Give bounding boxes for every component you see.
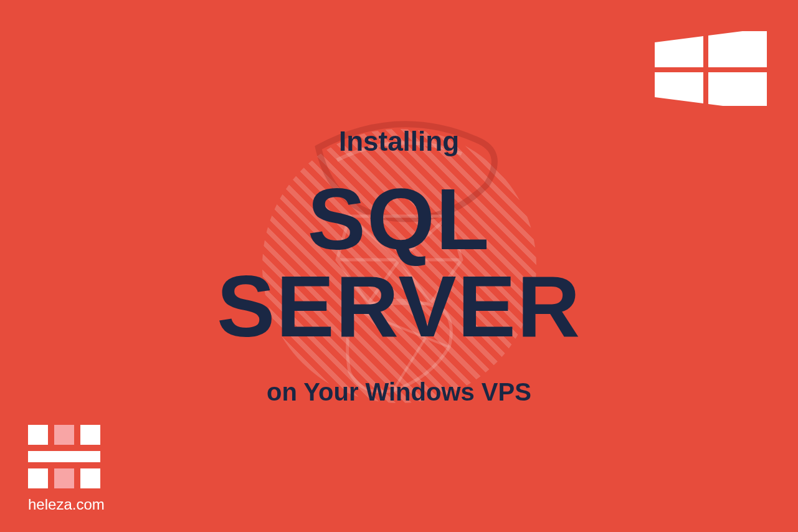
heleza-square	[80, 425, 100, 445]
heleza-square	[28, 468, 48, 488]
heleza-logo: heleza.com	[28, 425, 105, 513]
title-top-text: Installing	[339, 126, 459, 157]
title-main-text: SQL SERVER	[217, 176, 581, 350]
heleza-logo-grid	[28, 425, 105, 488]
heleza-square-pink	[54, 425, 74, 445]
heleza-row-2	[28, 451, 105, 462]
text-content: Installing SQL SERVER on Your Windows VP…	[217, 126, 581, 406]
heleza-row-1	[28, 425, 105, 445]
title-bottom-text: on Your Windows VPS	[267, 378, 531, 406]
heleza-square	[28, 425, 48, 445]
title-main-line1: SQL	[217, 176, 581, 263]
heleza-url-text: heleza.com	[28, 496, 105, 513]
title-main-line2: SERVER	[217, 263, 581, 350]
heleza-square-pink	[54, 468, 74, 488]
heleza-square	[80, 468, 100, 488]
heleza-row-3	[28, 468, 105, 488]
heleza-bar	[28, 451, 100, 462]
main-content: Installing SQL SERVER on Your Windows VP…	[0, 0, 798, 532]
